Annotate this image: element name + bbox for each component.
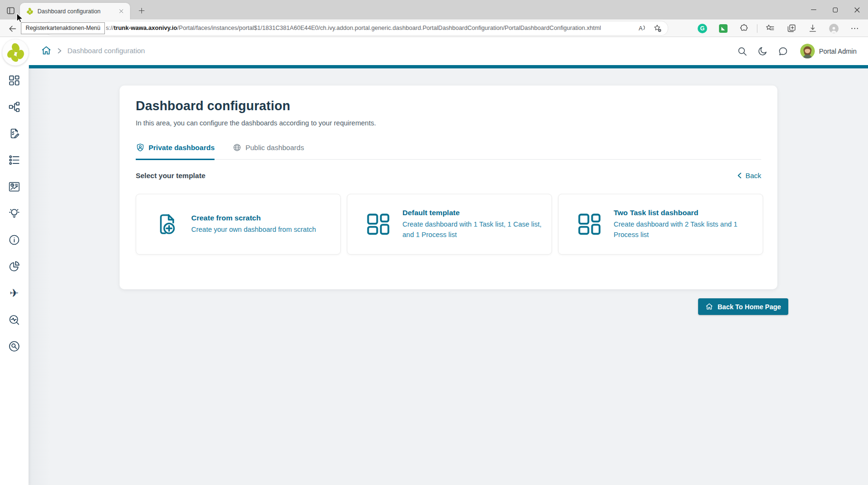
back-link[interactable]: Back: [737, 171, 761, 180]
breadcrumb-current-page: Dashboard configuration: [67, 47, 145, 55]
collections-icon[interactable]: [786, 23, 796, 33]
chevron-left-icon: [737, 172, 742, 179]
toolbar-divider: [757, 24, 757, 33]
template-description: Create your own dashboard from scratch: [191, 225, 340, 235]
statistics-icon: [8, 181, 20, 193]
back-arrow-icon: [8, 24, 17, 33]
sidebar-item-about[interactable]: [8, 234, 20, 246]
minimize-icon: [811, 10, 816, 10]
sidebar-item-cases[interactable]: [8, 154, 20, 166]
read-aloud-button[interactable]: A: [639, 25, 646, 32]
sidebar-item-process-viewer[interactable]: [8, 207, 20, 219]
case-list-icon: [8, 154, 20, 166]
close-button[interactable]: [846, 0, 868, 19]
maximize-icon: [833, 8, 838, 12]
sidebar-item-travel[interactable]: ✈: [8, 287, 20, 299]
browser-window: Dashboard configuration s://trunk-wawa.a…: [0, 0, 868, 485]
tab-actions-menu-button[interactable]: [4, 4, 17, 17]
accent-divider-bar: [29, 65, 868, 68]
browser-profile-icon[interactable]: [829, 24, 839, 33]
home-icon: [705, 303, 713, 311]
process-monitor-search-icon: [8, 314, 20, 326]
tab-actions-tooltip: Registerkartenaktionen-Menü: [21, 22, 105, 34]
section-title: Select your template: [136, 171, 205, 180]
tab-private-dashboards[interactable]: Private dashboards: [136, 143, 215, 159]
dashboard-configuration-card: Dashboard configuration In this area, yo…: [120, 86, 777, 289]
plus-icon: [138, 7, 145, 14]
template-description: Create dashboard with 2 Task lists and 1…: [614, 219, 763, 239]
green-extension-icon[interactable]: [719, 24, 728, 33]
ivy-leaf-logo-icon: [6, 43, 26, 63]
user-name[interactable]: Portal Admin: [819, 48, 857, 55]
info-icon: [8, 234, 20, 246]
template-title: Create from scratch: [191, 214, 340, 222]
breadcrumb: Dashboard configuration: [41, 45, 145, 56]
sidebar-item-processes[interactable]: [8, 101, 20, 113]
browser-tab[interactable]: Dashboard configuration: [20, 3, 130, 19]
favicon-ivy-leaf-icon: [26, 8, 34, 15]
airplane-icon: ✈: [9, 288, 19, 299]
back-navigation-button[interactable]: [7, 23, 18, 34]
global-search-icon: [8, 340, 20, 352]
tab-close-icon[interactable]: [117, 7, 125, 16]
lightbulb-icon: [8, 207, 20, 219]
dashboard-grid-icon: [8, 74, 20, 86]
template-description: Create dashboard with 1 Task list, 1 Cas…: [402, 219, 551, 239]
chevron-right-icon: [57, 48, 62, 54]
file-plus-icon: [154, 211, 180, 237]
tab-public-dashboards[interactable]: Public dashboards: [233, 143, 304, 159]
left-sidebar: ✈: [0, 65, 29, 485]
settings-more-icon[interactable]: [850, 24, 859, 33]
minimize-button[interactable]: [803, 0, 824, 19]
axonivy-logo[interactable]: [2, 39, 28, 66]
close-icon: [854, 7, 860, 13]
public-globe-icon: [233, 143, 242, 152]
process-hierarchy-icon: [8, 101, 20, 113]
grammarly-extension-icon[interactable]: G: [698, 24, 707, 33]
sidebar-item-reports[interactable]: [8, 260, 20, 273]
tab-label: Public dashboards: [245, 143, 304, 152]
new-tab-button[interactable]: [137, 6, 146, 15]
toolbar-extensions: G: [698, 19, 859, 37]
page-url: s://trunk-wawa.axonivy.io/Portal/faces/i…: [106, 21, 637, 35]
pie-chart-icon: [8, 260, 20, 273]
address-bar[interactable]: s://trunk-wawa.axonivy.io/Portal/faces/i…: [45, 21, 668, 35]
browser-toolbar: s://trunk-wawa.axonivy.io/Portal/faces/i…: [0, 19, 868, 37]
extensions-puzzle-icon[interactable]: [739, 23, 749, 33]
search-icon[interactable]: [737, 46, 748, 57]
template-card-two-task-list[interactable]: Two Task list dashboard Create dashboard…: [558, 194, 763, 255]
downloads-icon[interactable]: [808, 23, 818, 33]
chat-bubble-icon[interactable]: [777, 46, 789, 57]
maximize-button[interactable]: [824, 0, 846, 19]
tab-actions-icon: [6, 6, 15, 15]
sidebar-item-statistics[interactable]: [8, 181, 20, 193]
tab-label: Private dashboards: [149, 143, 215, 152]
template-title: Default template: [402, 209, 551, 217]
task-edit-icon: [8, 127, 20, 140]
home-icon[interactable]: [41, 45, 52, 56]
template-list: Create from scratch Create your own dash…: [136, 194, 761, 255]
user-avatar[interactable]: [800, 44, 815, 58]
template-card-create-from-scratch[interactable]: Create from scratch Create your own dash…: [136, 194, 341, 255]
mouse-cursor: [16, 13, 25, 23]
window-controls: [803, 0, 868, 19]
page-title: Dashboard configuration: [136, 99, 761, 114]
template-card-default-template[interactable]: Default template Create dashboard with 1…: [347, 194, 552, 255]
sidebar-item-global-search[interactable]: [8, 340, 20, 352]
favorites-bar-icon[interactable]: [765, 23, 775, 33]
dark-mode-moon-icon[interactable]: [757, 46, 768, 57]
dashboard-tabs: Private dashboards Public dashboards: [136, 143, 761, 160]
private-user-badge-icon: [136, 143, 145, 152]
sidebar-item-process-analysis[interactable]: [8, 314, 20, 326]
template-title: Two Task list dashboard: [614, 209, 763, 217]
sidebar-item-dashboard[interactable]: [8, 74, 20, 86]
dashboard-grid-icon: [577, 211, 602, 237]
portal-header: Dashboard configuration Portal Admin: [0, 37, 868, 65]
back-to-home-page-button[interactable]: Back To Home Page: [698, 298, 788, 315]
main-content: Dashboard configuration In this area, yo…: [29, 68, 868, 485]
page-subtitle: In this area, you can configure the dash…: [136, 119, 761, 127]
add-favorite-star-icon[interactable]: [653, 24, 662, 33]
dashboard-grid-icon: [365, 211, 391, 237]
sidebar-item-tasks[interactable]: [8, 127, 20, 140]
browser-tab-strip: Dashboard configuration: [0, 0, 868, 19]
